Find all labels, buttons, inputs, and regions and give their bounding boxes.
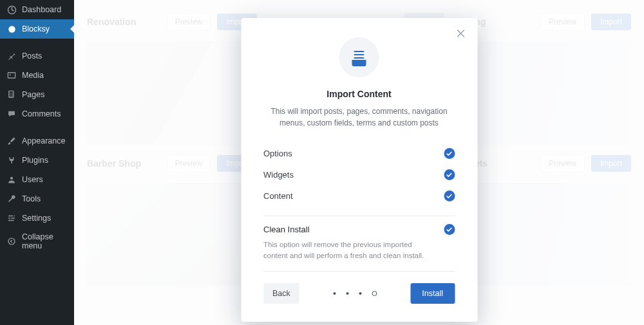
sidebar-item-label: Tools [22, 194, 41, 203]
preview-button[interactable]: Preview [167, 13, 211, 31]
sidebar-item-media[interactable]: Media [0, 66, 74, 85]
sidebar-item-label: Comments [22, 109, 61, 118]
check-icon[interactable] [444, 190, 455, 201]
step-indicator [299, 291, 411, 296]
sidebar-item-label: Blocksy [22, 24, 50, 33]
option-label: Content [263, 191, 293, 201]
template-thumbnail[interactable] [87, 183, 257, 286]
check-icon[interactable] [444, 169, 455, 180]
clean-install-label: Clean Install [263, 225, 310, 234]
svg-rect-5 [10, 93, 14, 98]
separator [263, 271, 455, 272]
comments-icon [6, 109, 17, 119]
install-button[interactable]: Install [410, 283, 455, 304]
step-dot [359, 292, 361, 295]
sidebar-item-label: Collapse menu [22, 232, 68, 250]
import-option-content[interactable]: Content [263, 185, 455, 207]
clean-install-description: This option will remove the previous imp… [263, 239, 455, 262]
wrench-icon [6, 194, 17, 204]
modal-footer: Back Install [263, 283, 455, 304]
sidebar-item-label: Posts [22, 51, 42, 60]
sidebar-item-tools[interactable]: Tools [0, 189, 74, 209]
blocksy-icon [6, 24, 17, 34]
user-icon [6, 174, 17, 185]
pages-icon [6, 89, 17, 100]
preview-button[interactable]: Preview [540, 154, 585, 172]
sidebar-item-pages[interactable]: Pages [0, 85, 74, 104]
preview-button[interactable]: Preview [167, 154, 211, 172]
modal-description: This will import posts, pages, comments,… [263, 106, 455, 129]
import-content-modal: Import Content This will import posts, p… [241, 18, 477, 322]
template-title: Barber Shop [87, 158, 141, 169]
svg-rect-2 [8, 73, 15, 78]
close-button[interactable] [454, 27, 467, 40]
sidebar-item-label: Pages [22, 90, 44, 99]
template-thumbnail[interactable] [461, 183, 631, 286]
sidebar-item-label: Plugins [22, 156, 48, 165]
dashboard-icon [6, 5, 17, 15]
step-current [372, 291, 377, 296]
template-thumbnail[interactable] [87, 41, 257, 144]
svg-point-3 [10, 74, 11, 75]
check-icon[interactable] [444, 148, 455, 159]
sidebar-item-collapse[interactable]: Collapse menu [0, 228, 74, 255]
sidebar-item-appearance[interactable]: Appearance [0, 131, 74, 151]
wp-admin-sidebar: Dashboard Blocksy Posts Media Pages Comm… [0, 0, 74, 325]
media-icon [6, 70, 17, 80]
svg-point-1 [8, 26, 15, 33]
separator [263, 216, 455, 216]
collapse-icon [6, 236, 17, 246]
option-label: Widgets [263, 170, 294, 180]
sidebar-item-label: Settings [22, 214, 51, 223]
main-content: Renovation Preview Import Import tering [74, 0, 644, 325]
check-icon[interactable] [444, 224, 455, 235]
step-dot [346, 292, 348, 295]
brush-icon [6, 136, 17, 146]
sidebar-item-label: Media [22, 71, 44, 80]
template-title: Renovation [87, 17, 136, 27]
back-button[interactable]: Back [263, 283, 299, 304]
sidebar-item-label: Appearance [22, 136, 65, 145]
svg-rect-8 [354, 51, 365, 52]
import-icon [339, 37, 379, 77]
sidebar-item-dashboard[interactable]: Dashboard [0, 0, 74, 19]
svg-rect-10 [354, 57, 365, 59]
modal-title: Import Content [263, 89, 455, 99]
sidebar-item-posts[interactable]: Posts [0, 46, 74, 66]
preview-button[interactable]: Preview [540, 13, 585, 31]
import-option-widgets[interactable]: Widgets [263, 164, 455, 185]
option-label: Options [263, 149, 292, 158]
svg-rect-9 [354, 54, 365, 55]
sidebar-item-label: Dashboard [22, 5, 61, 14]
plug-icon [6, 155, 17, 165]
import-option-options[interactable]: Options [263, 143, 455, 164]
sidebar-item-plugins[interactable]: Plugins [0, 151, 74, 170]
sidebar-item-blocksy[interactable]: Blocksy [0, 19, 74, 39]
import-button[interactable]: Import [591, 14, 631, 30]
import-button[interactable]: Import [591, 155, 631, 172]
clean-install-option[interactable]: Clean Install This option will remove th… [263, 223, 455, 262]
template-thumbnail[interactable] [461, 41, 631, 144]
sidebar-item-label: Users [22, 175, 43, 184]
sidebar-item-settings[interactable]: Settings [0, 209, 74, 228]
step-dot [333, 292, 336, 295]
svg-point-7 [8, 238, 15, 245]
pin-icon [6, 51, 17, 61]
sidebar-item-users[interactable]: Users [0, 170, 74, 189]
sidebar-item-comments[interactable]: Comments [0, 104, 74, 124]
import-options-list: Options Widgets Content [263, 143, 455, 207]
sliders-icon [6, 213, 17, 223]
svg-point-6 [10, 177, 13, 180]
